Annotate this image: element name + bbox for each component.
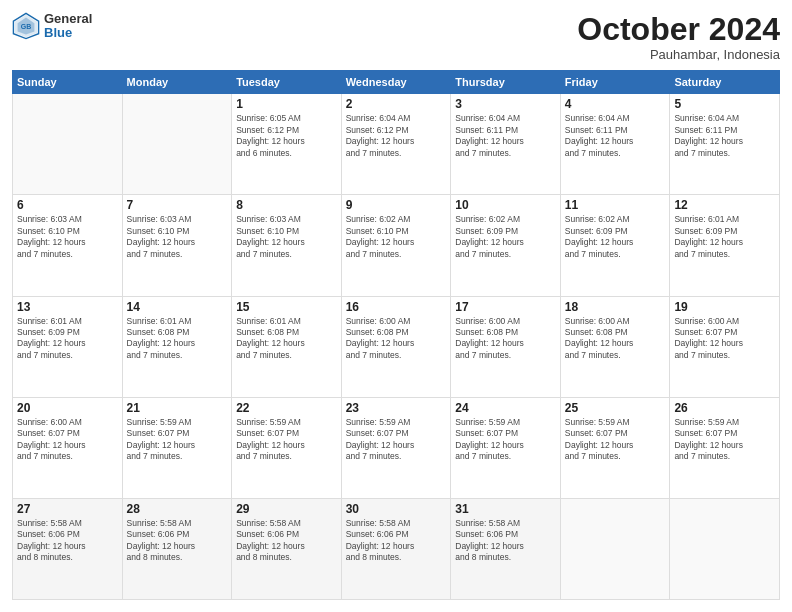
calendar-cell: 14Sunrise: 6:01 AM Sunset: 6:08 PM Dayli… xyxy=(122,296,232,397)
week-row-3: 13Sunrise: 6:01 AM Sunset: 6:09 PM Dayli… xyxy=(13,296,780,397)
calendar-cell: 4Sunrise: 6:04 AM Sunset: 6:11 PM Daylig… xyxy=(560,94,670,195)
day-number: 10 xyxy=(455,198,556,212)
day-info: Sunrise: 6:00 AM Sunset: 6:07 PM Dayligh… xyxy=(17,417,118,463)
day-number: 22 xyxy=(236,401,337,415)
day-number: 4 xyxy=(565,97,666,111)
day-number: 25 xyxy=(565,401,666,415)
day-info: Sunrise: 6:02 AM Sunset: 6:10 PM Dayligh… xyxy=(346,214,447,260)
day-number: 21 xyxy=(127,401,228,415)
calendar-cell xyxy=(670,498,780,599)
day-number: 24 xyxy=(455,401,556,415)
col-friday: Friday xyxy=(560,71,670,94)
col-wednesday: Wednesday xyxy=(341,71,451,94)
day-number: 3 xyxy=(455,97,556,111)
calendar-cell: 9Sunrise: 6:02 AM Sunset: 6:10 PM Daylig… xyxy=(341,195,451,296)
location-subtitle: Pauhambar, Indonesia xyxy=(577,47,780,62)
calendar-cell: 28Sunrise: 5:58 AM Sunset: 6:06 PM Dayli… xyxy=(122,498,232,599)
calendar-cell: 16Sunrise: 6:00 AM Sunset: 6:08 PM Dayli… xyxy=(341,296,451,397)
day-info: Sunrise: 6:04 AM Sunset: 6:11 PM Dayligh… xyxy=(565,113,666,159)
day-info: Sunrise: 6:01 AM Sunset: 6:08 PM Dayligh… xyxy=(236,316,337,362)
week-row-4: 20Sunrise: 6:00 AM Sunset: 6:07 PM Dayli… xyxy=(13,397,780,498)
day-info: Sunrise: 5:58 AM Sunset: 6:06 PM Dayligh… xyxy=(455,518,556,564)
calendar-cell: 19Sunrise: 6:00 AM Sunset: 6:07 PM Dayli… xyxy=(670,296,780,397)
calendar-cell: 30Sunrise: 5:58 AM Sunset: 6:06 PM Dayli… xyxy=(341,498,451,599)
calendar-cell: 6Sunrise: 6:03 AM Sunset: 6:10 PM Daylig… xyxy=(13,195,123,296)
day-info: Sunrise: 6:00 AM Sunset: 6:08 PM Dayligh… xyxy=(346,316,447,362)
calendar-cell: 5Sunrise: 6:04 AM Sunset: 6:11 PM Daylig… xyxy=(670,94,780,195)
svg-text:GB: GB xyxy=(21,23,32,30)
week-row-5: 27Sunrise: 5:58 AM Sunset: 6:06 PM Dayli… xyxy=(13,498,780,599)
calendar-cell: 21Sunrise: 5:59 AM Sunset: 6:07 PM Dayli… xyxy=(122,397,232,498)
calendar-cell xyxy=(560,498,670,599)
title-block: October 2024 Pauhambar, Indonesia xyxy=(577,12,780,62)
day-info: Sunrise: 6:00 AM Sunset: 6:08 PM Dayligh… xyxy=(455,316,556,362)
calendar-table: Sunday Monday Tuesday Wednesday Thursday… xyxy=(12,70,780,600)
calendar-cell: 10Sunrise: 6:02 AM Sunset: 6:09 PM Dayli… xyxy=(451,195,561,296)
day-info: Sunrise: 6:04 AM Sunset: 6:11 PM Dayligh… xyxy=(674,113,775,159)
logo-blue: Blue xyxy=(44,26,92,40)
day-number: 15 xyxy=(236,300,337,314)
logo: GB General Blue xyxy=(12,12,92,41)
col-thursday: Thursday xyxy=(451,71,561,94)
calendar-cell: 24Sunrise: 5:59 AM Sunset: 6:07 PM Dayli… xyxy=(451,397,561,498)
day-info: Sunrise: 6:01 AM Sunset: 6:08 PM Dayligh… xyxy=(127,316,228,362)
calendar-cell: 23Sunrise: 5:59 AM Sunset: 6:07 PM Dayli… xyxy=(341,397,451,498)
calendar-cell: 31Sunrise: 5:58 AM Sunset: 6:06 PM Dayli… xyxy=(451,498,561,599)
page-header: GB General Blue October 2024 Pauhambar, … xyxy=(12,12,780,62)
calendar-cell xyxy=(13,94,123,195)
month-title: October 2024 xyxy=(577,12,780,47)
day-info: Sunrise: 6:00 AM Sunset: 6:08 PM Dayligh… xyxy=(565,316,666,362)
calendar-cell: 13Sunrise: 6:01 AM Sunset: 6:09 PM Dayli… xyxy=(13,296,123,397)
day-number: 31 xyxy=(455,502,556,516)
day-info: Sunrise: 5:59 AM Sunset: 6:07 PM Dayligh… xyxy=(236,417,337,463)
day-info: Sunrise: 5:59 AM Sunset: 6:07 PM Dayligh… xyxy=(455,417,556,463)
calendar-cell: 25Sunrise: 5:59 AM Sunset: 6:07 PM Dayli… xyxy=(560,397,670,498)
col-sunday: Sunday xyxy=(13,71,123,94)
calendar-cell: 27Sunrise: 5:58 AM Sunset: 6:06 PM Dayli… xyxy=(13,498,123,599)
day-info: Sunrise: 6:04 AM Sunset: 6:12 PM Dayligh… xyxy=(346,113,447,159)
day-number: 6 xyxy=(17,198,118,212)
day-info: Sunrise: 6:00 AM Sunset: 6:07 PM Dayligh… xyxy=(674,316,775,362)
day-info: Sunrise: 6:01 AM Sunset: 6:09 PM Dayligh… xyxy=(674,214,775,260)
calendar-cell: 20Sunrise: 6:00 AM Sunset: 6:07 PM Dayli… xyxy=(13,397,123,498)
day-info: Sunrise: 6:02 AM Sunset: 6:09 PM Dayligh… xyxy=(565,214,666,260)
calendar-header-row: Sunday Monday Tuesday Wednesday Thursday… xyxy=(13,71,780,94)
calendar-cell: 29Sunrise: 5:58 AM Sunset: 6:06 PM Dayli… xyxy=(232,498,342,599)
day-number: 17 xyxy=(455,300,556,314)
day-number: 27 xyxy=(17,502,118,516)
day-info: Sunrise: 5:59 AM Sunset: 6:07 PM Dayligh… xyxy=(674,417,775,463)
calendar-cell: 12Sunrise: 6:01 AM Sunset: 6:09 PM Dayli… xyxy=(670,195,780,296)
day-number: 20 xyxy=(17,401,118,415)
day-info: Sunrise: 5:58 AM Sunset: 6:06 PM Dayligh… xyxy=(346,518,447,564)
day-number: 14 xyxy=(127,300,228,314)
calendar-cell xyxy=(122,94,232,195)
day-number: 7 xyxy=(127,198,228,212)
calendar-cell: 15Sunrise: 6:01 AM Sunset: 6:08 PM Dayli… xyxy=(232,296,342,397)
day-info: Sunrise: 5:58 AM Sunset: 6:06 PM Dayligh… xyxy=(127,518,228,564)
day-info: Sunrise: 5:59 AM Sunset: 6:07 PM Dayligh… xyxy=(565,417,666,463)
week-row-1: 1Sunrise: 6:05 AM Sunset: 6:12 PM Daylig… xyxy=(13,94,780,195)
calendar-cell: 18Sunrise: 6:00 AM Sunset: 6:08 PM Dayli… xyxy=(560,296,670,397)
calendar-cell: 11Sunrise: 6:02 AM Sunset: 6:09 PM Dayli… xyxy=(560,195,670,296)
day-number: 28 xyxy=(127,502,228,516)
day-info: Sunrise: 6:03 AM Sunset: 6:10 PM Dayligh… xyxy=(127,214,228,260)
day-info: Sunrise: 6:03 AM Sunset: 6:10 PM Dayligh… xyxy=(17,214,118,260)
col-tuesday: Tuesday xyxy=(232,71,342,94)
calendar-cell: 7Sunrise: 6:03 AM Sunset: 6:10 PM Daylig… xyxy=(122,195,232,296)
day-number: 23 xyxy=(346,401,447,415)
calendar-cell: 3Sunrise: 6:04 AM Sunset: 6:11 PM Daylig… xyxy=(451,94,561,195)
calendar-cell: 17Sunrise: 6:00 AM Sunset: 6:08 PM Dayli… xyxy=(451,296,561,397)
day-info: Sunrise: 5:59 AM Sunset: 6:07 PM Dayligh… xyxy=(127,417,228,463)
day-number: 2 xyxy=(346,97,447,111)
day-info: Sunrise: 6:02 AM Sunset: 6:09 PM Dayligh… xyxy=(455,214,556,260)
day-info: Sunrise: 6:04 AM Sunset: 6:11 PM Dayligh… xyxy=(455,113,556,159)
day-number: 26 xyxy=(674,401,775,415)
day-number: 13 xyxy=(17,300,118,314)
logo-icon: GB xyxy=(12,12,40,40)
day-number: 5 xyxy=(674,97,775,111)
day-number: 18 xyxy=(565,300,666,314)
day-info: Sunrise: 6:05 AM Sunset: 6:12 PM Dayligh… xyxy=(236,113,337,159)
calendar-cell: 26Sunrise: 5:59 AM Sunset: 6:07 PM Dayli… xyxy=(670,397,780,498)
day-number: 30 xyxy=(346,502,447,516)
calendar-cell: 2Sunrise: 6:04 AM Sunset: 6:12 PM Daylig… xyxy=(341,94,451,195)
